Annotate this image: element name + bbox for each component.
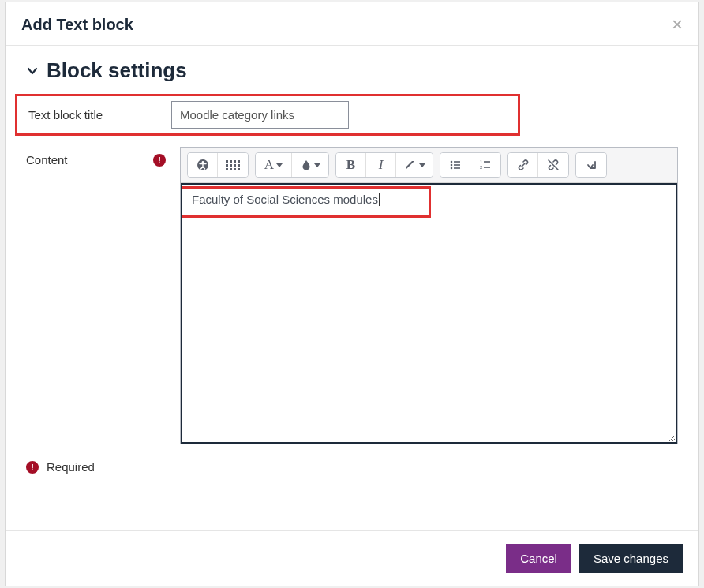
svg-point-2 xyxy=(450,161,452,163)
editor-toolbar: A B I xyxy=(181,148,677,183)
brush-icon xyxy=(404,159,417,171)
svg-point-1 xyxy=(201,161,204,163)
required-note: ! Required xyxy=(26,460,678,474)
unlink-button[interactable] xyxy=(538,153,568,177)
accessibility-button[interactable] xyxy=(188,153,218,177)
italic-button[interactable]: I xyxy=(366,153,396,177)
bold-icon: B xyxy=(346,157,355,173)
svg-rect-9 xyxy=(484,161,490,163)
modal-body: Block settings Text block title Content … xyxy=(6,46,698,530)
content-field-col: A B I xyxy=(180,147,678,444)
title-field-highlight: Text block title xyxy=(15,94,520,136)
font-icon: A xyxy=(264,157,274,173)
save-changes-button[interactable]: Save changes xyxy=(579,544,683,573)
link-button[interactable] xyxy=(508,153,538,177)
required-label: Required xyxy=(47,460,95,474)
content-row: Content ! xyxy=(26,147,678,444)
numbered-list-button[interactable]: 12 xyxy=(470,153,500,177)
chevron-down-icon xyxy=(26,65,39,77)
bold-button[interactable]: B xyxy=(336,153,366,177)
font-family-button[interactable]: A xyxy=(256,153,292,177)
ul-icon xyxy=(449,159,462,171)
ol-icon: 12 xyxy=(479,159,492,171)
content-label-col: Content ! xyxy=(26,147,180,167)
svg-rect-11 xyxy=(484,167,490,168)
unlink-icon xyxy=(547,159,560,171)
svg-point-4 xyxy=(450,164,452,167)
svg-text:2: 2 xyxy=(480,165,483,170)
modal-title: Add Text block xyxy=(21,16,133,34)
droplet-icon xyxy=(301,159,312,170)
character-map-button[interactable] xyxy=(218,153,248,177)
rich-text-editor: A B I xyxy=(180,147,678,444)
close-button[interactable]: × xyxy=(672,15,683,34)
text-block-title-input[interactable] xyxy=(171,101,349,129)
required-icon: ! xyxy=(26,461,39,474)
section-title: Block settings xyxy=(47,58,187,83)
highlight-button[interactable] xyxy=(396,153,433,177)
editor-content[interactable]: Faculty of Social Sciences modules xyxy=(182,185,676,214)
section-header[interactable]: Block settings xyxy=(26,58,678,83)
cancel-button[interactable]: Cancel xyxy=(506,544,571,573)
svg-point-6 xyxy=(450,167,452,170)
arrow-down-icon xyxy=(586,159,597,170)
link-icon xyxy=(517,159,530,171)
bulleted-list-button[interactable] xyxy=(440,153,470,177)
modal-footer: Cancel Save changes xyxy=(6,530,698,586)
toggle-toolbar-button[interactable] xyxy=(576,153,606,177)
modal-header: Add Text block × xyxy=(6,2,698,46)
svg-rect-3 xyxy=(454,161,460,163)
italic-icon: I xyxy=(379,157,384,173)
content-label: Content xyxy=(26,153,68,167)
title-label: Text block title xyxy=(28,108,171,122)
required-icon: ! xyxy=(153,154,166,167)
accessibility-icon xyxy=(197,159,209,171)
editor-area[interactable]: Faculty of Social Sciences modules xyxy=(181,183,677,444)
svg-rect-5 xyxy=(454,164,460,166)
add-text-block-modal: Add Text block × Block settings Text blo… xyxy=(5,2,699,586)
svg-rect-7 xyxy=(454,167,460,169)
grid-icon xyxy=(226,160,240,170)
svg-text:1: 1 xyxy=(480,159,483,164)
text-color-button[interactable] xyxy=(292,153,328,177)
